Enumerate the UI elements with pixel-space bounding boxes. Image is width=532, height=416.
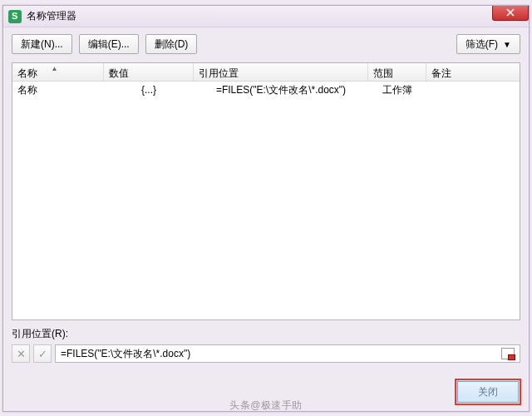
grid-body[interactable]: 名称 {...} =FILES("E:\文件改名\*.docx") 工作簿 [12, 82, 520, 319]
cell-scope: 工作簿 [368, 83, 426, 97]
app-icon [8, 10, 22, 23]
cell-ref: =FILES("E:\文件改名\*.docx") [194, 83, 368, 97]
close-button[interactable]: 关闭 [457, 381, 519, 403]
range-select-icon[interactable] [501, 348, 515, 359]
col-header-ref[interactable]: 引用位置 [194, 63, 368, 81]
close-icon [506, 8, 515, 17]
confirm-ref-button[interactable]: ✓ [33, 344, 52, 363]
cell-name: 名称 [12, 83, 104, 97]
reference-section: 引用位置(R): ✕ ✓ =FILES("E:\文件改名\*.docx") [3, 320, 529, 363]
chevron-down-icon: ▼ [503, 40, 511, 49]
reference-input-value: =FILES("E:\文件改名\*.docx") [61, 347, 190, 361]
filter-button-label: 筛选(F) [466, 37, 498, 52]
col-header-scope[interactable]: 范围 [368, 63, 426, 81]
reference-row: ✕ ✓ =FILES("E:\文件改名\*.docx") [12, 344, 520, 363]
titlebar: 名称管理器 [3, 6, 529, 27]
name-manager-dialog: 名称管理器 新建(N)... 编辑(E)... 删除(D) 筛选(F) ▼ 名称… [2, 5, 530, 412]
table-row[interactable]: 名称 {...} =FILES("E:\文件改名\*.docx") 工作簿 [12, 82, 520, 98]
names-grid: 名称 ▲ 数值 引用位置 范围 备注 名称 {...} =FILES("E:\文… [12, 62, 520, 320]
cell-value: {...} [104, 84, 194, 96]
reference-input[interactable]: =FILES("E:\文件改名\*.docx") [55, 344, 520, 363]
window-close-button[interactable] [492, 6, 529, 21]
dialog-footer: 关闭 [457, 381, 519, 403]
window-title: 名称管理器 [27, 9, 492, 23]
grid-header-row: 名称 ▲ 数值 引用位置 范围 备注 [12, 63, 520, 82]
filter-button[interactable]: 筛选(F) ▼ [456, 34, 520, 54]
reference-label: 引用位置(R): [12, 327, 520, 341]
toolbar: 新建(N)... 编辑(E)... 删除(D) 筛选(F) ▼ [3, 27, 529, 62]
x-icon: ✕ [17, 348, 26, 360]
col-header-note[interactable]: 备注 [426, 63, 520, 81]
col-header-value[interactable]: 数值 [104, 63, 194, 81]
delete-button[interactable]: 删除(D) [145, 34, 198, 54]
sort-asc-icon: ▲ [52, 65, 58, 72]
edit-button[interactable]: 编辑(E)... [79, 34, 139, 54]
cancel-ref-button[interactable]: ✕ [12, 344, 30, 363]
col-header-name[interactable]: 名称 ▲ [12, 63, 104, 81]
new-button[interactable]: 新建(N)... [12, 34, 72, 54]
check-icon: ✓ [38, 348, 47, 360]
